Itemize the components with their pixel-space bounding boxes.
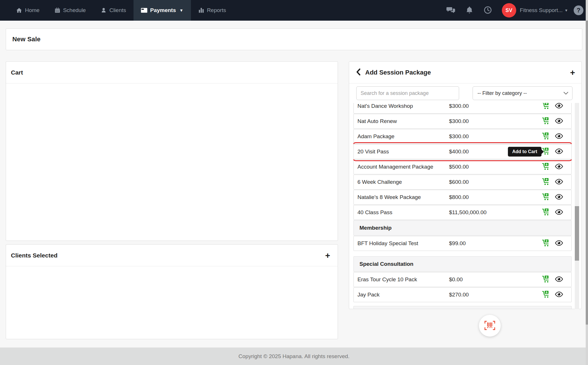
cart-header: Cart <box>6 62 338 83</box>
add-client-button[interactable]: + <box>325 251 330 260</box>
credit-card-icon <box>141 8 147 13</box>
add-to-cart-button[interactable] <box>542 117 550 126</box>
package-panel-header: Add Session Package + <box>349 62 581 83</box>
copyright-text: Copyright © 2025 Hapana. All rights rese… <box>239 353 350 360</box>
eye-icon <box>555 148 563 155</box>
package-section-header: Membership <box>353 220 572 236</box>
person-icon <box>101 7 107 13</box>
notifications-button[interactable] <box>461 6 478 15</box>
nav-schedule[interactable]: Schedule <box>47 0 93 21</box>
nav-reports[interactable]: Reports <box>191 0 234 21</box>
nav-reports-label: Reports <box>207 7 226 13</box>
account-name[interactable]: Fitness Support... <box>520 7 563 13</box>
package-name: 6 Week Challenge <box>357 179 402 185</box>
package-section-header <box>353 306 572 309</box>
home-icon <box>16 7 22 13</box>
add-to-cart-button[interactable] <box>542 239 550 248</box>
window-scrollbar-thumb[interactable] <box>586 21 588 325</box>
row-actions <box>542 288 563 302</box>
avatar[interactable]: SV <box>502 3 516 17</box>
clients-selected-header: Clients Selected + <box>6 245 338 266</box>
package-name: Adam Package <box>357 133 394 140</box>
clock-icon <box>484 6 492 15</box>
view-package-button[interactable] <box>555 133 563 140</box>
avatar-initials: SV <box>506 7 512 13</box>
page-footer: Copyright © 2025 Hapana. All rights rese… <box>0 348 588 365</box>
row-actions <box>542 205 563 220</box>
add-to-cart-button[interactable] <box>542 178 550 186</box>
package-price: $600.00 <box>449 179 469 185</box>
view-package-button[interactable] <box>555 148 563 155</box>
nav-home[interactable]: Home <box>9 0 47 21</box>
package-list-scrollbar-thumb[interactable] <box>575 206 579 261</box>
package-row: Natalie's 8 Week Package $800.00 <box>353 190 572 205</box>
chevron-down-icon <box>564 92 568 95</box>
add-to-cart-button[interactable] <box>542 193 550 202</box>
package-row: 40 Class Pass $11,500,000.00 <box>353 205 572 220</box>
history-button[interactable] <box>478 6 497 15</box>
add-to-cart-tooltip: Add to Cart <box>508 147 541 157</box>
add-package-button[interactable]: + <box>570 68 575 77</box>
package-name: Natalie's 8 Week Package <box>357 194 421 200</box>
cart-plus-icon <box>542 103 550 110</box>
chat-button[interactable] <box>441 7 461 14</box>
view-package-button[interactable] <box>555 118 563 125</box>
package-row: BFT Holiday Special Test $99.00 <box>353 236 572 251</box>
navbar-right: SV Fitness Support... ▾ ? <box>441 0 583 21</box>
search-input[interactable] <box>356 86 459 100</box>
add-to-cart-button[interactable] <box>542 132 550 141</box>
package-list-scrollbar <box>575 103 579 309</box>
help-button[interactable]: ? <box>574 5 583 15</box>
view-package-button[interactable] <box>555 240 563 247</box>
package-price: $0.00 <box>449 276 463 283</box>
view-package-button[interactable] <box>555 291 563 298</box>
back-button[interactable] <box>356 69 361 76</box>
package-price: $11,500,000.00 <box>449 209 487 216</box>
view-package-button[interactable] <box>555 103 563 110</box>
chat-icon <box>446 7 455 14</box>
cart-plus-icon <box>542 239 550 248</box>
row-actions <box>542 103 563 113</box>
cart-plus-icon <box>542 178 550 186</box>
help-icon: ? <box>574 5 583 15</box>
nav-schedule-label: Schedule <box>63 7 86 13</box>
list-gap <box>353 251 572 256</box>
eye-icon <box>555 194 563 201</box>
package-list: Nat's Dance Workshop $300.00 <box>353 103 572 309</box>
package-name: 20 Visit Pass <box>357 149 389 155</box>
chevron-down-icon: ▼ <box>179 8 183 13</box>
add-to-cart-button[interactable] <box>542 163 550 171</box>
bell-icon <box>466 6 473 15</box>
add-to-cart-button[interactable] <box>542 275 550 284</box>
eye-icon <box>555 103 563 110</box>
add-to-cart-button[interactable] <box>542 290 550 299</box>
view-package-button[interactable] <box>555 179 563 186</box>
add-to-cart-button[interactable] <box>542 103 550 110</box>
row-actions <box>542 175 563 189</box>
row-actions <box>542 145 563 159</box>
eye-icon <box>555 209 563 216</box>
cart-plus-icon <box>542 275 550 284</box>
nav-home-label: Home <box>25 7 40 13</box>
row-actions <box>542 160 563 174</box>
nav-clients[interactable]: Clients <box>93 0 134 21</box>
category-filter-select[interactable]: -- Filter by category -- <box>473 86 572 100</box>
package-name: Account Management Package <box>357 164 433 170</box>
add-to-cart-button[interactable] <box>542 208 550 217</box>
view-package-button[interactable] <box>555 209 563 216</box>
account-chevron-down-icon[interactable]: ▾ <box>565 8 567 13</box>
view-package-button[interactable] <box>555 194 563 201</box>
barcode-scan-button[interactable] <box>479 315 501 337</box>
cart-plus-icon <box>542 163 550 171</box>
view-package-button[interactable] <box>555 163 563 170</box>
package-panel-title: Add Session Package <box>365 69 431 76</box>
package-row: Eras Tour Cycle 10 Pack $0.00 <box>353 272 572 287</box>
main-nav: Home Schedule Clients Payments ▼ Reports <box>9 0 233 21</box>
package-row: Account Management Package $500.00 <box>353 159 572 174</box>
nav-payments[interactable]: Payments ▼ <box>134 0 191 21</box>
view-package-button[interactable] <box>555 276 563 283</box>
chevron-left-icon <box>356 69 361 76</box>
eye-icon <box>555 163 563 170</box>
top-navbar: Home Schedule Clients Payments ▼ Reports <box>0 0 588 21</box>
barcode-scanner-icon <box>484 321 496 331</box>
